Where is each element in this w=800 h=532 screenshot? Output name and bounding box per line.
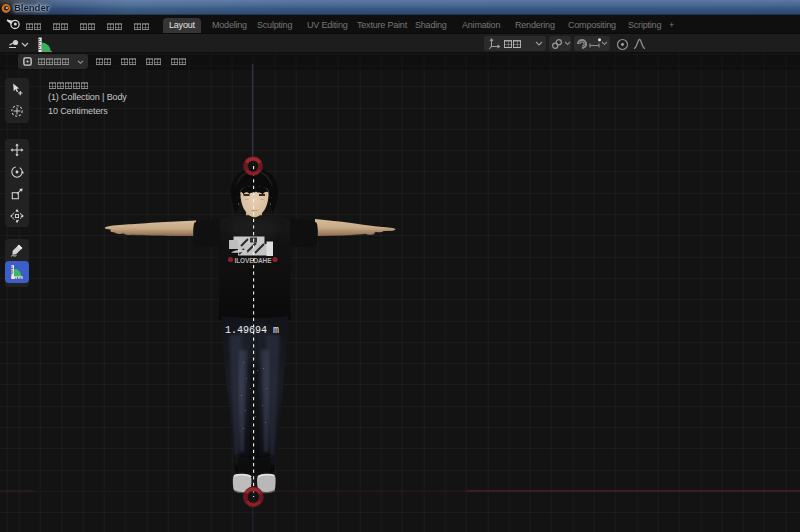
svg-text:1.49694 m: 1.49694 m bbox=[225, 325, 279, 336]
